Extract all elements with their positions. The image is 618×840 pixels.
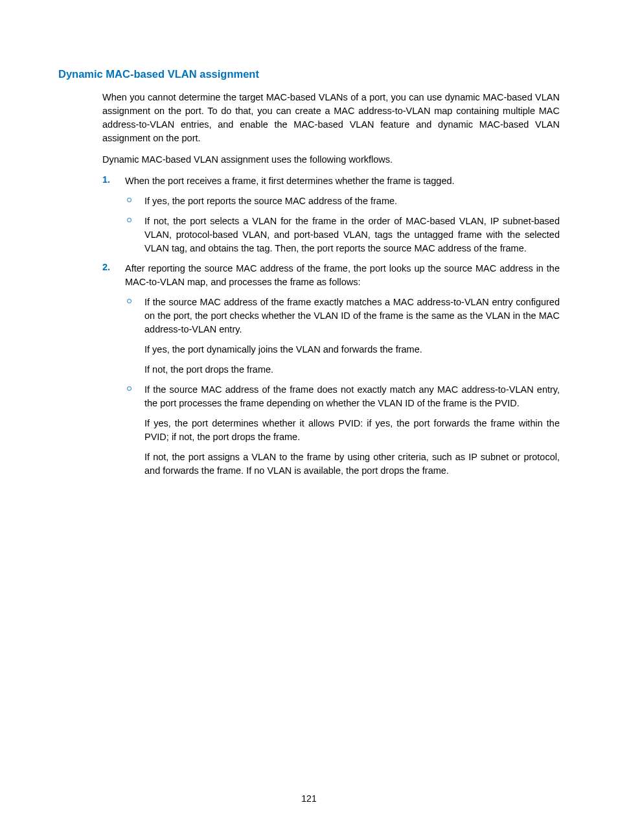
sublist: If yes, the port reports the source MAC … [125,194,560,255]
intro-paragraph-1: When you cannot determine the target MAC… [102,91,560,145]
subitem: If not, the port selects a VLAN for the … [125,215,560,255]
workflow-list: 1. When the port receives a frame, it fi… [102,174,560,478]
page-number: 121 [0,793,618,804]
list-number: 2. [102,262,110,272]
list-item-text: When the port receives a frame, it first… [125,174,560,188]
list-item-text: After reporting the source MAC address o… [125,262,560,289]
circle-bullet-icon [127,218,132,222]
sub-paragraph: If yes, the port dynamically joins the V… [144,343,560,356]
list-number: 1. [102,174,110,185]
subitem-text: If the source MAC address of the frame d… [144,383,560,410]
subitem: If yes, the port reports the source MAC … [125,194,560,208]
subitem: If the source MAC address of the frame d… [125,383,560,478]
list-item: 1. When the port receives a frame, it fi… [102,174,560,255]
subitem: If the source MAC address of the frame e… [125,296,560,377]
section-heading: Dynamic MAC-based VLAN assignment [58,68,560,80]
sub-paragraph: If not, the port assigns a VLAN to the f… [144,450,560,478]
intro-paragraph-2: Dynamic MAC-based VLAN assignment uses t… [102,153,560,167]
circle-bullet-icon [127,386,132,391]
sub-paragraph: If not, the port drops the frame. [144,363,560,377]
circle-bullet-icon [127,299,132,303]
sublist: If the source MAC address of the frame e… [125,296,560,478]
content-block: When you cannot determine the target MAC… [58,91,560,478]
subitem-text: If yes, the port reports the source MAC … [144,194,560,208]
subitem-text: If not, the port selects a VLAN for the … [144,215,560,255]
sub-paragraph: If yes, the port determines whether it a… [144,417,560,444]
subitem-text: If the source MAC address of the frame e… [144,296,560,336]
list-item: 2. After reporting the source MAC addres… [102,262,560,478]
circle-bullet-icon [127,198,132,202]
